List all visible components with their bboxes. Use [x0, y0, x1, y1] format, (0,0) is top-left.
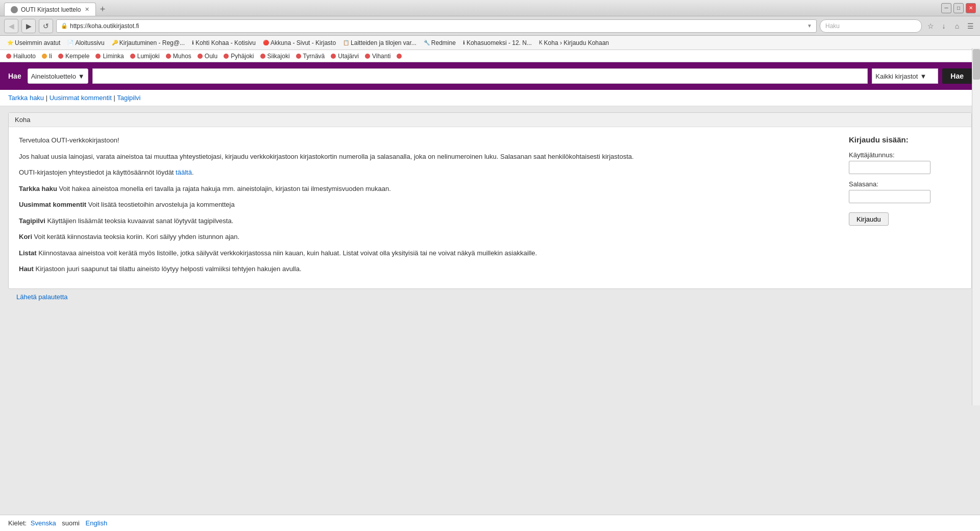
- tagipilvi-link[interactable]: Tagipilvi: [117, 94, 140, 102]
- url-bar[interactable]: 🔒 https://koha.outikirjastot.fi ▼: [56, 19, 817, 33]
- menu-icon[interactable]: ☰: [965, 20, 976, 32]
- main-search-bar: Hae Aineistoluettelo ▼ Kaikki kirjastot …: [0, 62, 980, 90]
- tarkka-haku-link[interactable]: Tarkka haku: [8, 94, 44, 102]
- browser-search-bar[interactable]: Haku: [820, 19, 922, 33]
- star-icon[interactable]: ☆: [925, 20, 936, 32]
- lib-name: Lumijoki: [137, 53, 160, 60]
- lib-muhos[interactable]: Muhos: [166, 53, 191, 60]
- lib-dot: [397, 54, 402, 59]
- para4: Uusimmat kommentit Voit lisätä teostieto…: [19, 200, 834, 210]
- lib-oulu[interactable]: Oulu: [198, 53, 217, 60]
- bookmark-kohti-kohaa[interactable]: ℹ Kohti Kohaa - Kotisivu: [189, 38, 259, 47]
- lib-pyhajoki[interactable]: Pyhäjoki: [224, 53, 254, 60]
- bookmark-aloitussivu[interactable]: 📄 Aloitussivu: [64, 38, 107, 47]
- divider-1: |: [46, 94, 50, 102]
- para7: Listat Kiinnostavaa aineistoa voit kerät…: [19, 248, 834, 258]
- lib-utajarvi[interactable]: Utajärvi: [331, 53, 359, 60]
- scrollbar[interactable]: [972, 48, 980, 405]
- para8-rest: Kirjastoon juuri saapunut tai tilattu ai…: [34, 265, 302, 273]
- para4-rest: Voit lisätä teostietoihin arvosteluja ja…: [86, 201, 235, 208]
- search-label: Hae: [8, 72, 21, 80]
- bookmark-laitteiden[interactable]: 📋 Laitteiden ja tilojen var...: [340, 38, 420, 47]
- download-icon[interactable]: ↓: [938, 20, 949, 32]
- maximize-button[interactable]: □: [953, 3, 964, 13]
- browser-search-placeholder: Haku: [825, 22, 840, 30]
- active-tab[interactable]: OUTI Kirjastot luettelo ✕: [4, 3, 96, 16]
- library-dots-bar: Hailuoto Ii Kempele Liminka Lumijoki Muh…: [0, 50, 980, 62]
- bookmark-label: Aloitussivu: [75, 39, 104, 46]
- feedback-link[interactable]: Lähetä palautetta: [16, 293, 67, 301]
- uusimmat-kommentit-link[interactable]: Uusimmat kommentit: [50, 94, 112, 102]
- bookmark-icon: 🔴: [263, 40, 269, 45]
- lib-dot: [58, 54, 63, 59]
- bookmark-label: Koha › Kirjaudu Kohaan: [544, 39, 609, 46]
- lib-dot: [296, 54, 301, 59]
- search-type-label: Aineistoluettelo: [31, 73, 76, 80]
- back-button[interactable]: ◀: [4, 19, 18, 33]
- refresh-button[interactable]: ↺: [39, 19, 53, 33]
- home-icon[interactable]: ⌂: [951, 20, 963, 32]
- tab-bar: OUTI Kirjastot luettelo ✕ +: [4, 0, 109, 16]
- new-tab-button[interactable]: +: [96, 3, 109, 16]
- bookmark-label: Redmine: [431, 39, 456, 46]
- bookmark-useimmin[interactable]: ⭐ Useimmin avatut: [4, 38, 63, 47]
- lib-lumijoki[interactable]: Lumijoki: [130, 53, 160, 60]
- login-title: Kirjaudu sisään:: [849, 135, 961, 144]
- search-input[interactable]: [92, 68, 868, 84]
- minimize-button[interactable]: ─: [941, 3, 951, 13]
- title-bar: OUTI Kirjastot luettelo ✕ + ─ □ ✕: [0, 0, 980, 16]
- bookmark-akkuna[interactable]: 🔴 Akkuna - Sivut - Kirjasto: [260, 38, 339, 47]
- taalta-link[interactable]: täältä: [176, 168, 192, 176]
- para3-bold: Tarkka haku: [19, 185, 57, 192]
- bookmark-label: Kirjautuminen - Reg@...: [119, 39, 185, 46]
- lib-kempele[interactable]: Kempele: [58, 53, 89, 60]
- search-button[interactable]: Hae: [942, 68, 972, 84]
- page-footer: Lähetä palautetta: [8, 289, 972, 305]
- scrollbar-thumb[interactable]: [973, 49, 980, 80]
- lib-liminka[interactable]: Liminka: [95, 53, 124, 60]
- password-input[interactable]: [849, 190, 930, 203]
- login-button[interactable]: Kirjaudu: [849, 212, 889, 226]
- lib-name: Utajärvi: [338, 53, 359, 60]
- lib-name: Vihanti: [372, 53, 390, 60]
- address-bar: ◀ ▶ ↺ 🔒 https://koha.outikirjastot.fi ▼ …: [0, 16, 980, 36]
- lib-hailuoto[interactable]: Hailuoto: [6, 53, 36, 60]
- para6-rest: Voit kerätä kiinnostavia teoksia koriin.…: [32, 233, 239, 240]
- lib-siikajoki[interactable]: Siikajoki: [260, 53, 290, 60]
- search-type-dropdown[interactable]: Aineistoluettelo ▼: [28, 68, 88, 84]
- lib-extra: [397, 54, 402, 59]
- bookmark-label: Laitteiden ja tilojen var...: [351, 39, 416, 46]
- lib-dot: [95, 54, 101, 59]
- bookmark-koha-kirjaudu[interactable]: K Koha › Kirjaudu Kohaan: [536, 38, 612, 47]
- para6: Kori Voit kerätä kiinnostavia teoksia ko…: [19, 232, 834, 242]
- url-dropdown-icon: ▼: [807, 23, 812, 29]
- lib-dot: [331, 54, 336, 59]
- lib-name: Pyhäjoki: [231, 53, 254, 60]
- library-dropdown[interactable]: Kaikki kirjastot ▼: [872, 68, 938, 84]
- bookmark-icon: K: [539, 40, 543, 45]
- lib-ii[interactable]: Ii: [42, 53, 52, 60]
- forward-button[interactable]: ▶: [21, 19, 36, 33]
- tab-close-button[interactable]: ✕: [85, 6, 89, 13]
- bookmark-kirjautuminen[interactable]: 🔑 Kirjautuminen - Reg@...: [109, 38, 188, 47]
- svenska-link[interactable]: Svenska: [31, 519, 56, 527]
- bookmark-icon: ℹ: [463, 40, 465, 45]
- bookmark-redmine[interactable]: 🔧 Redmine: [421, 38, 459, 47]
- tab-title: OUTI Kirjastot luettelo: [21, 6, 81, 13]
- language-label: Kielet:: [8, 519, 27, 527]
- lib-dot: [198, 54, 203, 59]
- lib-dot: [130, 54, 135, 59]
- window-controls: ─ □ ✕: [941, 3, 976, 13]
- close-button[interactable]: ✕: [966, 3, 976, 13]
- bookmark-label: Kohti Kohaa - Kotisivu: [195, 39, 256, 46]
- bookmark-kohasuomeksi[interactable]: ℹ Kohasuomeksi - 12. N...: [460, 38, 535, 47]
- card-body: Tervetuloa OUTI-verkkokirjastoon! Jos ha…: [9, 127, 971, 288]
- lib-tyrnava[interactable]: Tyrnävä: [296, 53, 325, 60]
- para6-bold: Kori: [19, 233, 32, 240]
- english-link[interactable]: English: [86, 519, 108, 527]
- username-label: Käyttäjätunnus:: [849, 151, 961, 159]
- lib-vihanti[interactable]: Vihanti: [365, 53, 390, 60]
- suomi-text: suomi: [62, 519, 80, 527]
- username-input[interactable]: [849, 161, 930, 174]
- lib-dot: [166, 54, 171, 59]
